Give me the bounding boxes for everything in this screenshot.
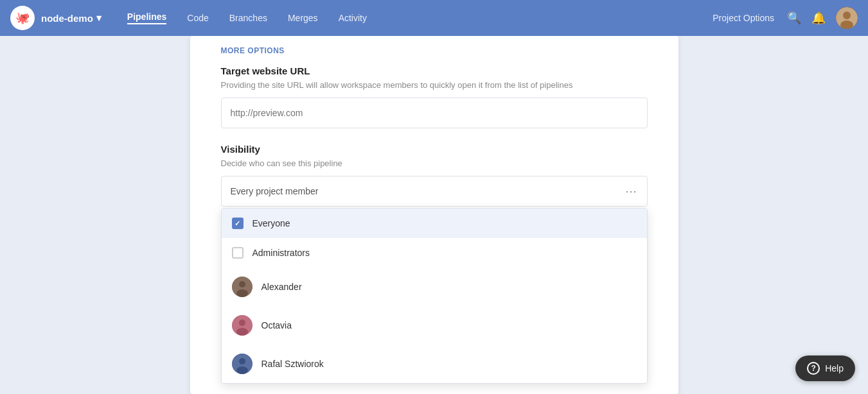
dropdown-item-everyone[interactable]: Everyone bbox=[222, 209, 647, 238]
avatar-octavia bbox=[232, 315, 252, 336]
project-selector[interactable]: node-demo ▾ bbox=[41, 12, 102, 24]
more-options-link[interactable]: MORE OPTIONS bbox=[221, 36, 648, 65]
app-logo[interactable]: 🐙 bbox=[10, 6, 35, 30]
octavia-label: Octavia bbox=[261, 320, 292, 330]
dropdown-item-administrators[interactable]: Administrators bbox=[222, 238, 647, 268]
project-options-link[interactable]: Project Options bbox=[713, 13, 774, 23]
administrators-label: Administrators bbox=[252, 248, 310, 258]
dropdown-item-alexander[interactable]: Alexander bbox=[222, 268, 647, 306]
visibility-dropdown: Everyone Administrators bbox=[221, 208, 648, 384]
rafal-label: Rafal Sztwiorok bbox=[261, 359, 324, 369]
svg-point-5 bbox=[236, 289, 248, 297]
main-content: MORE OPTIONS Target website URL Providin… bbox=[0, 36, 868, 394]
help-fab[interactable]: ? Help bbox=[795, 355, 855, 381]
target-url-label: Target website URL bbox=[221, 65, 648, 76]
help-fab-label: Help bbox=[825, 363, 844, 373]
options-dots-icon[interactable]: ⋯ bbox=[625, 185, 638, 197]
target-url-input[interactable] bbox=[221, 98, 648, 128]
navbar-right: Project Options 🔍 🔔 bbox=[713, 7, 858, 29]
visibility-group: Visibility Decide who can see this pipel… bbox=[221, 144, 648, 207]
nav-branches[interactable]: Branches bbox=[229, 13, 267, 23]
avatar-rafal bbox=[232, 354, 252, 374]
visibility-description: Decide who can see this pipeline bbox=[221, 158, 648, 168]
nav-pipelines[interactable]: Pipelines bbox=[127, 12, 166, 24]
checkbox-administrators[interactable] bbox=[232, 247, 244, 259]
nav-merges[interactable]: Merges bbox=[288, 13, 318, 23]
nav-activity[interactable]: Activity bbox=[339, 13, 367, 23]
dropdown-item-octavia[interactable]: Octavia bbox=[222, 306, 647, 345]
visibility-select[interactable]: Every project member ⋯ bbox=[221, 176, 648, 207]
bell-icon[interactable]: 🔔 bbox=[811, 11, 826, 25]
target-url-description: Providing the site URL will allow worksp… bbox=[221, 80, 648, 90]
svg-point-1 bbox=[843, 12, 851, 19]
navbar-icons: 🔍 🔔 bbox=[787, 7, 858, 29]
dropdown-item-rafal[interactable]: Rafal Sztwiorok bbox=[222, 345, 647, 383]
nav-links: Pipelines Code Branches Merges Activity bbox=[127, 12, 713, 24]
nav-code[interactable]: Code bbox=[187, 13, 208, 23]
user-avatar[interactable] bbox=[836, 7, 858, 29]
panel: MORE OPTIONS Target website URL Providin… bbox=[190, 36, 678, 394]
visibility-label: Visibility bbox=[221, 144, 648, 155]
chevron-down-icon: ▾ bbox=[96, 12, 102, 24]
help-circle-icon: ? bbox=[807, 362, 820, 375]
visibility-select-container: Every project member ⋯ Everyone Administ… bbox=[221, 176, 648, 207]
target-url-group: Target website URL Providing the site UR… bbox=[221, 65, 648, 128]
svg-point-4 bbox=[239, 281, 245, 287]
visibility-current-value: Every project member bbox=[231, 186, 319, 196]
project-name: node-demo bbox=[41, 13, 93, 24]
navbar: 🐙 node-demo ▾ Pipelines Code Branches Me… bbox=[0, 0, 868, 36]
svg-point-13 bbox=[236, 366, 248, 374]
svg-point-12 bbox=[239, 358, 245, 364]
checkbox-everyone[interactable] bbox=[232, 218, 244, 229]
svg-point-10 bbox=[236, 328, 248, 336]
everyone-label: Everyone bbox=[252, 218, 290, 228]
alexander-label: Alexander bbox=[261, 282, 302, 292]
search-icon[interactable]: 🔍 bbox=[787, 11, 801, 25]
svg-point-9 bbox=[239, 320, 245, 326]
avatar-alexander bbox=[232, 277, 252, 297]
